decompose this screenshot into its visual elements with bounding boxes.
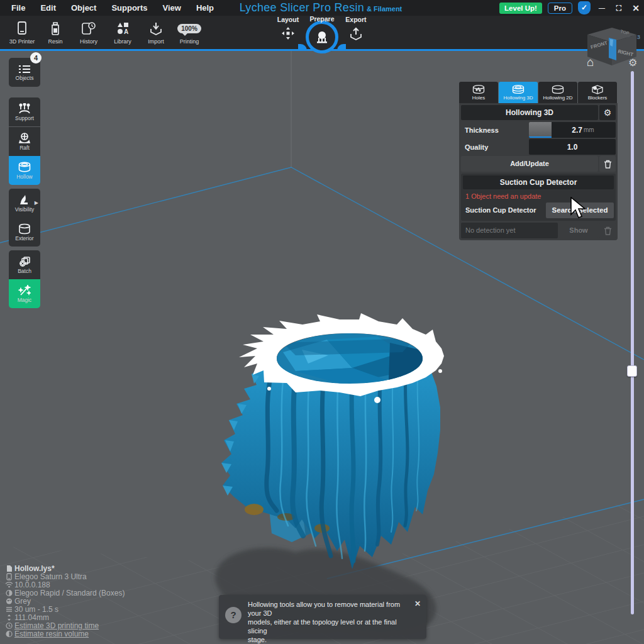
quality-input[interactable]: 1.0 [529,139,616,155]
estimate-time-link[interactable]: Estimate 3D printing time [4,621,125,630]
layer-slider-handle[interactable] [627,365,637,377]
settings-gear-icon[interactable]: ⚙ [599,105,616,120]
lychee-slicer-window: File Edit Object Supports View Help Lych… [0,0,644,644]
tooltip-close-icon[interactable]: ✕ [414,599,421,608]
add-update-button[interactable]: Add/Update [461,156,598,172]
visibility-icon [19,194,30,206]
tab-label: Hollowing 3D [503,95,533,101]
estimate-volume-link[interactable]: Estimate resin volume [4,630,125,638]
menu-file[interactable]: File [5,1,31,15]
pro-badge[interactable]: Pro [548,3,572,14]
tool-import[interactable]: Import [138,19,174,45]
tab-layout[interactable]: Layout [269,16,307,42]
sidebar-visibility-button[interactable]: ▶ Visibility [9,189,40,218]
tool-label: Import [138,38,174,45]
window-controls: Level Up! Pro ✓ ─ ⛶ ✕ [499,0,641,16]
sidebar-support-button[interactable]: Support [9,97,40,126]
tool-label: History [70,38,107,45]
tool-printing[interactable]: 100% Printing [171,19,208,45]
sidebar-label: Hollow [16,174,33,180]
sidebar-batch-button[interactable]: Batch [9,250,40,279]
tooltip-line-3: stage. [248,635,413,644]
tool-3d-printer[interactable]: 3D Printer [4,19,40,45]
navigation-cube[interactable]: TOP FRONT RIGHT [587,28,636,68]
tool-library[interactable]: A Library [104,19,141,45]
hollowing-3d-section: Hollowing 3D ⚙ Thickness 2.7 mm Quality … [459,103,618,240]
tab-prepare[interactable] [306,21,338,53]
tab-label: Hollowing 2D [543,95,572,101]
export-icon [337,25,375,42]
export-label: Export [337,16,375,23]
tab-hollowing-2d[interactable]: Hollowing 2D [538,82,577,103]
show-button-disabled[interactable]: Show [559,223,598,238]
sidebar-exterior-button[interactable]: Exterior [9,218,40,247]
update-warning: 1 Object need an update [463,189,614,201]
hollowing-tooltip: ? Hollowing tools allow you to remove ma… [219,595,426,639]
printer-device-icon [4,573,14,580]
submenu-arrow-icon: ▶ [35,200,38,206]
menu-view[interactable]: View [157,1,187,15]
sidebar-label: Batch [18,268,31,274]
layout-move-icon [269,25,307,42]
menu-help[interactable]: Help [190,1,220,15]
color-palette-icon [4,597,14,605]
rim-speck [438,369,442,373]
status-ip-address: 10.0.0.188 [4,580,125,589]
menu-items: File Edit Object Supports View Help [0,1,220,15]
tab-blockers[interactable]: Blockers [578,82,617,103]
layer-slider-track[interactable] [631,71,634,614]
quality-row: Quality 1.0 [461,139,616,155]
tab-hollowing-3d-selected[interactable]: Hollowing 3D [499,82,538,103]
tool-label: 3D Printer [4,38,40,45]
menu-edit[interactable]: Edit [34,1,62,15]
delete-hollowing-button[interactable] [599,156,616,172]
rim-speck [374,397,380,403]
prepare-label: Prepare [303,15,341,23]
delete-detection-button-disabled[interactable] [599,223,616,238]
sidebar-label: Raft [19,145,30,151]
shield-check-icon[interactable]: ✓ [578,1,591,14]
hollowing-tabs: Holes Hollowing 3D Hollowing 2D Blockers [459,82,618,103]
print-status-info: Hollow.lys* Elegoo Saturn 3 Ultra 10.0.0… [4,564,125,638]
tab-export[interactable]: Export [337,16,375,42]
prepare-support-icon [314,30,330,45]
raft-icon [18,133,31,144]
tool-history[interactable]: History [70,19,107,45]
level-up-button[interactable]: Level Up! [499,3,542,14]
status-height: 111.04mm [4,613,125,621]
maximize-icon[interactable]: ⛶ [613,4,625,13]
holes-icon [472,85,486,94]
hollowing-3d-icon [511,85,525,94]
resin-drop-icon [4,589,14,597]
tab-holes[interactable]: Holes [459,82,498,103]
menu-bar: File Edit Object Supports View Help Lych… [0,0,644,16]
sidebar-hollow-button-selected[interactable]: Hollow [9,156,40,185]
support-icon [18,103,31,114]
history-icon [70,19,107,37]
menu-supports[interactable]: Supports [105,1,153,15]
objects-list-icon [18,64,31,74]
layers-icon [4,606,14,613]
thickness-drag-handle[interactable] [529,122,552,138]
magic-wand-icon [18,285,31,296]
trash-icon [604,160,612,169]
tab-label: Blockers [588,95,608,101]
menu-object[interactable]: Object [65,1,103,15]
sidebar-label: Exterior [15,235,33,242]
sidebar-raft-button[interactable]: Raft [9,127,40,156]
tool-label: Resin [37,38,74,45]
minimize-button[interactable]: ─ [596,3,608,13]
thickness-row: Thickness 2.7 mm [461,122,616,138]
app-title-suffix: & Filament [367,5,402,13]
trash-icon [604,226,612,235]
sidebar-magic-button[interactable]: Magic [9,279,40,308]
sidebar-label: Magic [18,297,32,303]
close-button[interactable]: ✕ [630,3,641,13]
status-color: Grey [4,597,125,605]
printing-progress-badge: 100% [177,24,201,33]
tool-resin[interactable]: Resin [37,19,74,45]
resin-bottle-icon [37,19,74,37]
printer-icon [4,19,40,37]
suction-cup-section: Suction Cup Detector 1 Object need an up… [461,174,616,221]
thickness-input[interactable]: 2.7 mm [529,122,616,138]
